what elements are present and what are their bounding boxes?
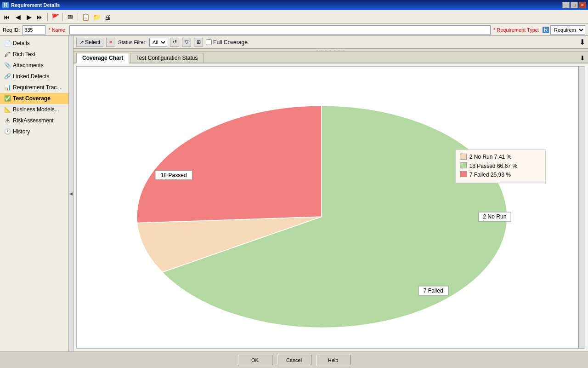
ok-button[interactable]: OK [238,355,272,365]
failed-legend-text: 7 Failed 25,93 % [469,172,511,178]
sidebar-item-risk-assessment[interactable]: ⚠ RiskAssessment [0,115,68,126]
sidebar: 📄 Details 🖊 Rich Text 📎 Attachments 🔗 Li… [0,36,69,351]
window-controls[interactable]: _ □ ✕ [562,2,586,8]
separator-1 [47,13,48,21]
coverage-chart-tab-label: Coverage Chart [82,55,123,61]
separator-2 [62,13,63,21]
next-button[interactable]: ▶ [24,12,34,22]
select-label: Select [85,39,100,46]
columns-button[interactable]: ⊞ [194,38,203,47]
req-name-input[interactable] [69,25,491,34]
status-filter-label: Status Filter: [118,40,147,45]
no-run-legend-color [460,154,467,159]
window-title: Requirement Details [11,2,562,8]
refresh-button[interactable]: ↺ [170,38,179,47]
linked-defects-icon: 🔗 [4,73,11,80]
main-layout: 📄 Details 🖊 Rich Text 📎 Attachments 🔗 Li… [0,36,588,351]
sidebar-label-business-models: Business Models... [13,106,59,113]
sidebar-label-req-trac: Requirement Trac... [13,84,61,91]
chart-area: 18 Passed 2 No Run 7 Failed 2 No Run 7,4… [76,66,585,349]
main-toolbar: ⏮ ◀ ▶ ⏭ 🚩 ✉ 📋 📁 🖨 [0,10,588,24]
passed-legend-color [460,162,467,168]
first-button[interactable]: ⏮ [2,12,12,22]
sidebar-label-linked-defects: Linked Defects [13,73,49,80]
full-coverage-checkbox[interactable] [206,39,212,45]
tab-test-config-status[interactable]: Test Configuration Status [130,53,204,63]
expand-button[interactable]: ⬇ [579,38,585,46]
sidebar-label-test-coverage: Test Coverage [13,95,51,102]
req-type-icon: R [542,26,549,34]
business-models-icon: 📐 [4,106,11,113]
sidebar-label-history: History [13,128,30,135]
req-type-select[interactable]: Requirem [550,25,585,34]
maximize-button[interactable]: □ [571,2,578,8]
rich-text-icon: 🖊 [4,51,11,58]
tabs-bar: Coverage Chart Test Configuration Status… [74,52,588,63]
status-filter-select[interactable]: All [149,38,167,47]
req-name-label: * Name: [48,27,67,33]
sidebar-item-rich-text[interactable]: 🖊 Rich Text [0,49,68,60]
test-config-tab-label: Test Configuration Status [136,55,198,61]
select-icon: ↗ [79,39,84,46]
copy-button[interactable]: 📋 [80,12,90,22]
req-id-input[interactable] [23,25,45,34]
paste-button[interactable]: 📁 [91,12,102,22]
sidebar-label-details: Details [13,40,30,46]
full-coverage-label[interactable]: Full Coverage [206,39,248,46]
sidebar-item-test-coverage[interactable]: ✅ Test Coverage [0,93,68,104]
test-coverage-icon: ✅ [4,95,11,102]
full-coverage-text: Full Coverage [213,39,248,46]
cancel-button[interactable]: Cancel [277,355,311,365]
sidebar-label-rich-text: Rich Text [13,51,35,58]
collapse-handle[interactable]: ◀ [69,36,74,351]
sidebar-item-attachments[interactable]: 📎 Attachments [0,60,68,71]
failed-label: 7 Failed [424,288,443,294]
sidebar-label-attachments: Attachments [13,62,44,69]
no-run-legend-text: 2 No Run 7,41 % [469,154,512,160]
tab-coverage-chart[interactable]: Coverage Chart [76,53,129,63]
history-icon: 🕐 [4,128,11,135]
separator-3 [78,13,78,21]
risk-assessment-icon: ⚠ [4,117,11,124]
flag-button[interactable]: 🚩 [50,12,60,22]
details-icon: 📄 [4,40,11,47]
coverage-toolbar: ↗ Select ✕ Status Filter: All ↺ ▽ ⊞ Full… [74,36,588,49]
failed-legend-color [460,172,467,177]
minimize-tab-button[interactable]: ⬇ [580,54,585,63]
req-type-label: * Requirement Type: [493,27,539,33]
minimize-button[interactable]: _ [562,2,570,8]
title-bar: R Requirement Details _ □ ✕ [0,0,588,10]
help-button[interactable]: Help [316,355,351,365]
add-icon: ✕ [109,40,113,45]
app-icon: R [2,1,9,9]
prev-button[interactable]: ◀ [13,12,23,22]
req-trac-icon: 📊 [4,84,11,91]
svg-text:R: R [4,2,8,8]
no-run-label: 2 No Run [483,213,506,220]
close-button[interactable]: ✕ [579,2,586,8]
mail-button[interactable]: ✉ [65,12,75,22]
req-id-label: Req ID: [3,27,20,33]
pie-chart-svg: 18 Passed 2 No Run 7 Failed 2 No Run 7,4… [77,67,585,348]
failed-segment [137,106,322,223]
last-button[interactable]: ⏭ [35,12,45,22]
svg-text:R: R [544,27,548,33]
attachments-icon: 📎 [4,62,11,69]
add-coverage-button[interactable]: ✕ [106,38,115,47]
sidebar-item-req-trac[interactable]: 📊 Requirement Trac... [0,82,68,93]
content-area: ↗ Select ✕ Status Filter: All ↺ ▽ ⊞ Full… [74,36,588,351]
vertical-scrollbar[interactable] [578,67,585,348]
passed-legend-text: 18 Passed 66,67 % [469,163,518,169]
sidebar-item-details[interactable]: 📄 Details [0,38,68,49]
passed-label: 18 Passed [161,172,187,178]
sidebar-item-linked-defects[interactable]: 🔗 Linked Defects [0,71,68,82]
select-button[interactable]: ↗ Select [76,38,103,47]
print-button[interactable]: 🖨 [102,12,113,22]
sidebar-item-history[interactable]: 🕐 History [0,126,68,137]
req-id-row: Req ID: * Name: * Requirement Type: R Re… [0,24,588,36]
bottom-bar: OK Cancel Help [0,351,588,368]
filter-button[interactable]: ▽ [182,38,191,47]
sidebar-item-business-models[interactable]: 📐 Business Models... [0,104,68,115]
sidebar-label-risk-assessment: RiskAssessment [13,117,54,124]
